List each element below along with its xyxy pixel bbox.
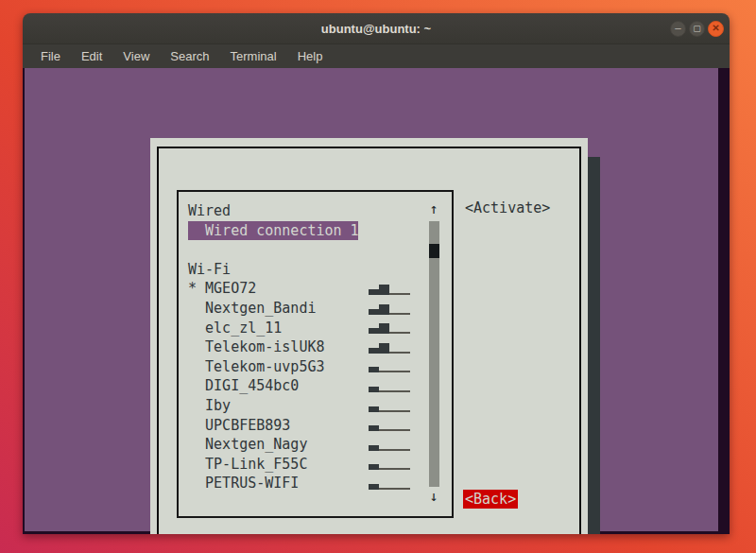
scrollbar-thumb[interactable] — [429, 244, 439, 258]
close-button[interactable]: ✕ — [708, 21, 724, 37]
signal-strength-indicator — [369, 320, 412, 334]
signal-strength-indicator — [369, 457, 412, 470]
window-title: ubuntu@ubuntu: ~ — [321, 22, 431, 36]
wifi-network-name: PETRUS-WIFI — [188, 475, 299, 492]
selected-connection[interactable]: Wired connection 1 — [188, 221, 358, 241]
maximize-icon: ▢ — [693, 25, 701, 33]
wifi-network-row[interactable]: elc_zl_11 — [188, 319, 452, 338]
close-icon: ✕ — [712, 24, 719, 33]
menu-view[interactable]: View — [114, 46, 158, 66]
minimize-button[interactable]: ─ — [670, 21, 686, 37]
signal-strength-indicator — [369, 399, 412, 412]
wifi-network-row[interactable]: Telekom-uvp5G3 — [188, 357, 452, 377]
signal-strength-indicator — [369, 282, 412, 295]
signal-strength-indicator — [369, 379, 412, 392]
signal-strength-indicator — [369, 476, 412, 490]
scrollbar-track[interactable] — [429, 221, 439, 487]
wifi-network-name: DIGI_454bc0 — [188, 377, 299, 394]
activate-button[interactable]: <Activate> — [465, 199, 550, 216]
signal-strength-indicator — [369, 359, 412, 372]
wifi-network-row[interactable]: Iby — [188, 396, 452, 416]
wifi-network-name: UPCBFEB893 — [188, 417, 290, 434]
scroll-up-arrow[interactable]: ↑ — [423, 199, 444, 218]
scroll-down-arrow[interactable]: ↓ — [423, 487, 444, 506]
window-titlebar: ubuntu@ubuntu: ~ ─ ▢ ✕ — [23, 13, 730, 43]
wifi-network-name: elc_zl_11 — [188, 320, 282, 337]
signal-strength-indicator — [369, 340, 412, 354]
menu-edit[interactable]: Edit — [73, 46, 111, 66]
menu-file[interactable]: File — [32, 46, 69, 66]
menu-terminal[interactable]: Terminal — [222, 46, 285, 66]
wifi-network-row[interactable]: Telekom-islUK8 — [188, 337, 452, 357]
wifi-network-row[interactable]: Nextgen_Bandi — [188, 299, 452, 319]
maximize-button[interactable]: ▢ — [689, 21, 705, 37]
terminal-content: Wired Wired connection 1Wi-Fi* MGEO72 Ne… — [23, 68, 730, 534]
wifi-network-name: Nextgen_Nagy — [188, 436, 307, 453]
section-label-wired: Wired — [188, 201, 452, 221]
wifi-network-name: Nextgen_Bandi — [188, 300, 316, 317]
wired-connection-row[interactable]: Wired connection 1 — [188, 221, 452, 241]
wifi-network-row[interactable]: DIGI_454bc0 — [188, 376, 452, 396]
section-label-wifi: Wi-Fi — [188, 260, 452, 280]
back-button[interactable]: <Back> — [463, 490, 518, 509]
menu-help[interactable]: Help — [289, 46, 332, 66]
wifi-network-name: Telekom-islUK8 — [188, 338, 325, 355]
signal-strength-indicator — [369, 418, 412, 431]
blank-row — [188, 240, 452, 260]
connection-list: Wired Wired connection 1Wi-Fi* MGEO72 Ne… — [177, 190, 454, 518]
wifi-network-row[interactable]: UPCBFEB893 — [188, 416, 452, 436]
window-controls: ─ ▢ ✕ — [670, 13, 724, 43]
nmtui-dialog: Wired Wired connection 1Wi-Fi* MGEO72 Ne… — [150, 138, 588, 534]
wifi-network-row[interactable]: Nextgen_Nagy — [188, 435, 452, 455]
terminal-scrollbar[interactable] — [718, 68, 730, 531]
wifi-network-name: * MGEO72 — [188, 280, 256, 297]
signal-strength-indicator — [369, 302, 412, 315]
terminal-window: ubuntu@ubuntu: ~ ─ ▢ ✕ File Edit View Se… — [23, 13, 730, 534]
screen: ubuntu@ubuntu: ~ ─ ▢ ✕ File Edit View Se… — [0, 0, 756, 553]
menu-search[interactable]: Search — [162, 46, 217, 66]
wifi-network-row[interactable]: * MGEO72 — [188, 279, 452, 299]
network-list-rows: Wired Wired connection 1Wi-Fi* MGEO72 Ne… — [179, 192, 452, 516]
wifi-network-name: Iby — [188, 397, 231, 414]
minimize-icon: ─ — [675, 25, 680, 33]
wifi-network-row[interactable]: PETRUS-WIFI — [188, 474, 452, 493]
wifi-network-name: TP-Link_F55C — [188, 456, 307, 473]
wifi-network-name: Telekom-uvp5G3 — [188, 358, 325, 375]
wifi-network-row[interactable]: TP-Link_F55C — [188, 455, 452, 475]
signal-strength-indicator — [369, 438, 412, 451]
menu-bar: File Edit View Search Terminal Help — [23, 43, 730, 68]
